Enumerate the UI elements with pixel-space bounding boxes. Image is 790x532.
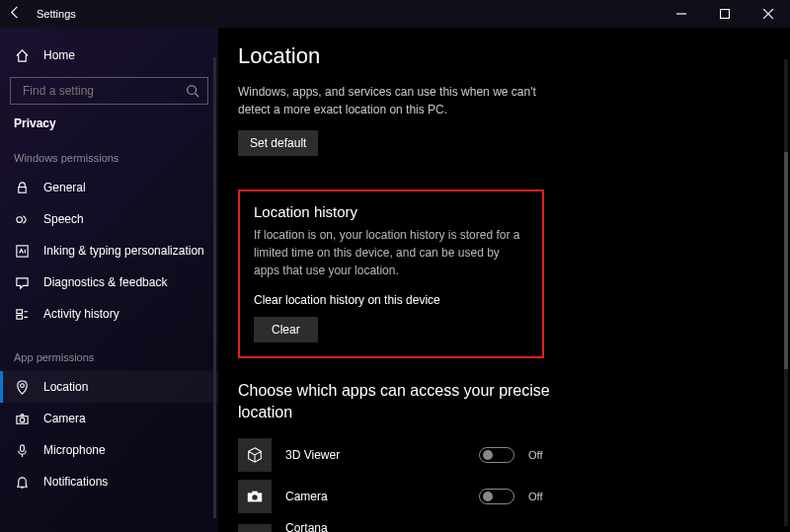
sidebar-item-camera[interactable]: Camera [0,403,218,434]
sidebar-item-notifications[interactable]: Notifications [0,466,218,497]
sidebar-item-location[interactable]: Location [0,371,218,403]
microphone-icon [14,443,30,458]
sidebar-scrollbar[interactable] [213,57,216,518]
app-name: Cortana [285,521,465,532]
app-row-cortana: Cortana Location history must be on for … [238,517,554,532]
sidebar-label: Inking & typing personalization [43,244,204,258]
camera-icon [14,412,30,426]
toggle-state: Off [528,491,554,502]
sidebar-item-diagnostics[interactable]: Diagnostics & feedback [0,266,218,298]
app-label: 3D Viewer [285,448,465,462]
toggle-camera[interactable] [479,489,514,504]
apps-heading: Choose which apps can access your precis… [238,380,593,424]
activity-icon [14,307,30,322]
back-button[interactable] [8,5,23,23]
search-input[interactable] [10,77,208,105]
lock-icon [14,181,30,195]
search-field[interactable] [21,83,186,99]
svg-rect-10 [20,444,24,451]
svg-point-12 [252,494,257,499]
svg-point-7 [20,383,24,387]
history-desc: If location is on, your location history… [254,226,528,279]
toggle-state: Off [528,449,554,461]
titlebar: Settings [0,0,790,28]
app-row-camera: Camera Off [238,476,554,517]
sidebar-item-speech[interactable]: Speech [0,203,218,235]
window-title: Settings [37,8,76,20]
camera-app-icon [238,480,272,513]
sidebar-item-general[interactable]: General [0,172,218,203]
app-label: Camera [285,490,465,503]
3dviewer-icon [238,438,272,472]
sidebar-label: General [43,181,86,194]
content-scrollbar[interactable] [784,59,788,526]
sidebar-group-apps: App permissions [0,351,218,363]
sidebar-home-label: Home [43,48,75,62]
sidebar-home[interactable]: Home [0,39,218,71]
sidebar-label: Camera [43,412,86,425]
speech-icon [14,212,30,227]
sidebar-item-microphone[interactable]: Microphone [0,434,218,466]
location-icon [14,380,30,395]
svg-rect-0 [721,10,730,19]
sidebar-item-activity[interactable]: Activity history [0,298,218,330]
svg-rect-13 [252,491,257,494]
svg-point-3 [16,216,22,222]
content: Location Windows, apps, and services can… [218,28,790,532]
maximize-button[interactable] [703,0,747,28]
history-heading: Location history [254,203,528,220]
sidebar-label: Notifications [43,475,108,489]
location-history-section: Location history If location is on, your… [238,190,544,358]
sidebar-label: Microphone [43,443,106,457]
close-button[interactable] [747,0,790,28]
svg-rect-2 [18,187,26,192]
svg-point-9 [20,418,25,422]
sidebar-item-inking[interactable]: Inking & typing personalization [0,235,218,266]
svg-point-1 [188,86,197,95]
clear-label: Clear location history on this device [254,291,528,309]
page-title: Location [238,43,766,69]
svg-rect-6 [16,315,22,319]
bell-icon [14,475,30,490]
set-default-button[interactable]: Set default [238,130,318,156]
sidebar-label: Diagnostics & feedback [43,275,167,289]
sidebar-label: Location [43,380,88,394]
sidebar: Home Privacy Windows permissions General… [0,28,218,532]
sidebar-label: Speech [43,212,84,226]
feedback-icon [14,275,30,290]
sidebar-section: Privacy [0,116,218,130]
toggle-3dviewer[interactable] [479,447,514,463]
search-icon [186,84,199,98]
sidebar-label: Activity history [43,307,119,321]
minimize-button[interactable] [660,0,703,28]
svg-rect-5 [16,309,22,313]
inking-icon [14,244,30,259]
cortana-icon [238,524,272,532]
page-intro: Windows, apps, and services can use this… [238,83,564,118]
app-label: Cortana Location history must be on for … [285,521,465,532]
sidebar-group-windows: Windows permissions [0,152,218,164]
home-icon [14,48,30,63]
app-row-3dviewer: 3D Viewer Off [238,434,554,476]
clear-button[interactable]: Clear [254,317,318,342]
